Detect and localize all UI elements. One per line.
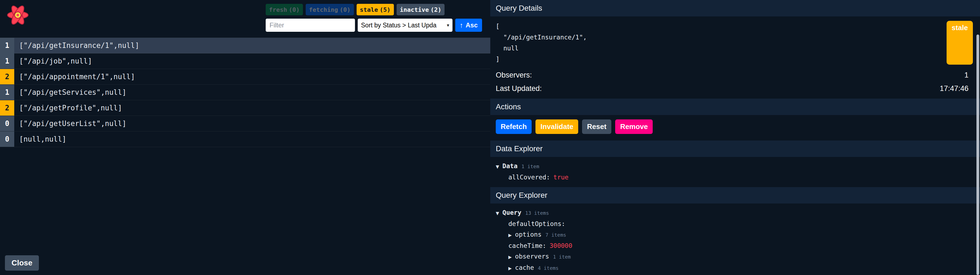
explorer-entry-key: observers [515,251,549,262]
actions-title: Actions [490,99,980,115]
explorer-entry-row: defaultOptions: [496,219,975,229]
query-key-text: [null,null] [19,135,66,143]
sort-select[interactable]: Sort by Status > Last Upda ▾ [358,19,452,32]
react-query-logo-icon [5,3,30,27]
filter-badge-label: fresh [269,6,287,13]
explorer-entry-row: allCovered: true [496,172,975,183]
explorer-entry-key: defaultOptions: [508,219,565,229]
filter-badge-fetching[interactable]: fetching (0) [305,4,354,15]
close-button[interactable]: Close [5,255,39,270]
explorer-item-count: 1 item [553,251,571,262]
status-filter-badges: fresh (0) fetching (0) stale (5) inactiv… [266,4,444,15]
query-key-block: [ "/api/getInsurance/1", null ] stale [490,16,980,68]
filter-badge-fresh[interactable]: fresh (0) [266,4,303,15]
explorer-item-count: 1 item [522,161,539,172]
last-updated-row: Last Updated: 17:47:46 [490,82,980,95]
expander-right-icon: ▶ [508,230,512,240]
query-key-text: ["/api/appointment/1",null] [19,73,135,81]
explorer-entry-key: allCovered: [508,172,550,183]
explorer-item-count: 2 items [549,274,570,275]
query-row[interactable]: 2 ["/api/getProfile",null] [0,100,490,116]
explorer-entry-row[interactable]: ▶ queryKey 2 items [496,273,975,275]
selected-query-key: [ "/api/getInsurance/1", null ] [496,21,947,65]
expander-down-icon: ▼ [496,208,499,219]
query-row[interactable]: 1 ["/api/getServices",null] [0,85,490,100]
observers-value: 1 [964,71,969,79]
explorer-item-count: 7 items [545,229,566,240]
actions-row: Refetch Invalidate Reset Remove [490,115,980,140]
data-explorer-tree: ▼ Data 1 item allCovered: true [490,157,980,187]
explorer-item-count: 4 items [538,263,559,273]
query-explorer-tree: ▼ Query 13 items defaultOptions: ▶ optio… [490,203,980,275]
observers-row: Observers: 1 [490,68,980,82]
filter-badge-count: (2) [431,6,442,13]
query-explorer-title: Query Explorer [490,187,980,203]
filter-badge-label: stale [360,6,378,13]
filter-sort-row: Sort by Status > Last Upda ▾ ↑ Asc [266,19,482,32]
explorer-root-label: Data [502,161,517,172]
explorer-entry-row[interactable]: ▶ observers 1 item [496,251,975,262]
query-row[interactable]: 1 ["/api/job",null] [0,53,490,69]
filter-badge-count: (0) [340,6,351,13]
observer-count-badge: 2 [0,69,14,84]
query-key-text: ["/api/getInsurance/1",null] [19,41,139,49]
invalidate-button[interactable]: Invalidate [536,119,578,134]
filter-badge-label: fetching [309,6,338,13]
explorer-root-label: Query [502,207,521,218]
explorer-root-row[interactable]: ▼ Data 1 item [496,161,975,172]
expander-right-icon: ▶ [508,263,512,273]
query-key-text: ["/api/getProfile",null] [19,104,122,112]
query-row[interactable]: 2 ["/api/appointment/1",null] [0,69,490,85]
filter-badge-count: (5) [380,6,391,13]
query-state-badge: stale [947,21,973,65]
query-list-panel: fresh (0) fetching (0) stale (5) inactiv… [0,0,490,275]
sort-select-value: Sort by Status > Last Upda [361,22,444,29]
explorer-entry-row[interactable]: ▶ cache 4 items [496,262,975,273]
explorer-item-count: 13 items [525,208,549,218]
observer-count-badge: 1 [0,53,14,69]
remove-button[interactable]: Remove [615,119,653,134]
query-row[interactable]: 0 [null,null] [0,132,490,147]
observer-count-badge: 0 [0,132,14,147]
chevron-down-icon: ▾ [447,22,449,28]
observer-count-badge: 1 [0,85,14,100]
explorer-entry-key: options [515,229,541,240]
arrow-up-icon: ↑ [460,21,463,30]
expander-down-icon: ▼ [496,161,499,172]
observers-label: Observers: [496,71,532,79]
sort-direction-button[interactable]: ↑ Asc [455,19,482,32]
explorer-entry-row[interactable]: ▶ options 7 items [496,229,975,240]
query-key-text: ["/api/job",null] [19,57,92,65]
query-row[interactable]: 0 ["/api/getUserList",null] [0,116,490,132]
last-updated-value: 17:47:46 [940,84,969,93]
react-query-devtools-panel: fresh (0) fetching (0) stale (5) inactiv… [0,0,980,275]
list-controls: fresh (0) fetching (0) stale (5) inactiv… [266,4,483,32]
explorer-entry-key: queryKey [515,273,545,275]
explorer-entry-value: 300000 [549,240,572,251]
react-query-logo-button[interactable] [5,3,30,27]
reset-button[interactable]: Reset [582,119,611,134]
explorer-entry-key: cacheTime: [508,240,546,251]
filter-badge-stale[interactable]: stale (5) [356,4,394,15]
expander-right-icon: ▶ [508,252,512,262]
query-list-header: fresh (0) fetching (0) stale (5) inactiv… [0,0,490,38]
refetch-button[interactable]: Refetch [496,119,531,134]
observer-count-badge: 2 [0,100,14,116]
explorer-entry-row: cacheTime: 300000 [496,240,975,251]
filter-badge-inactive[interactable]: inactive (2) [396,4,445,15]
explorer-entry-value: true [553,172,568,183]
query-key-text: ["/api/getUserList",null] [19,119,126,128]
filter-input[interactable] [266,19,355,32]
query-row[interactable]: 1 ["/api/getInsurance/1",null] [0,38,490,53]
sort-direction-label: Asc [466,21,478,29]
observer-count-badge: 0 [0,116,14,131]
query-rows: 1 ["/api/getInsurance/1",null] 1 ["/api/… [0,38,490,147]
scrollbar[interactable] [977,35,979,275]
filter-badge-label: inactive [400,6,429,13]
explorer-entry-key: cache [515,262,534,273]
last-updated-label: Last Updated: [496,84,542,93]
query-key-text: ["/api/getServices",null] [19,88,126,96]
observer-count-badge: 1 [0,38,14,53]
explorer-root-row[interactable]: ▼ Query 13 items [496,207,975,219]
query-details-title: Query Details [490,0,980,16]
